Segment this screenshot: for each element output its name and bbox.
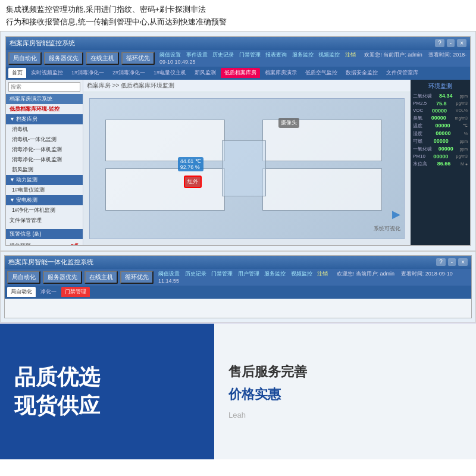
env-water-unit: M ● bbox=[461, 162, 468, 166]
nav-tab-clean1[interactable]: 1#消毒净化一 bbox=[68, 68, 108, 78]
env-co2-unit: ppm bbox=[459, 94, 468, 98]
screenshot-2: 档案库房智能一体化监控系统 ? - × 局自动化 服务器优先 在线主机 循环优先… bbox=[0, 251, 476, 322]
nav-tab-power[interactable]: 1#电量仪主机 bbox=[150, 68, 190, 78]
env-water-value: 86.66 bbox=[437, 161, 451, 167]
nav-tab-air[interactable]: 低质空气监控 bbox=[302, 68, 341, 78]
sidebar-section-archive: ▼ 档案库房 bbox=[6, 114, 83, 124]
sensor-camera[interactable]: 摄像头 bbox=[278, 118, 299, 128]
nav-arrow-right[interactable]: ▶ bbox=[392, 208, 400, 221]
env-voc-unit: VOL% bbox=[456, 108, 468, 112]
minimize-btn-2[interactable]: - bbox=[448, 258, 456, 266]
env-combustible-label: 可燃 bbox=[413, 138, 422, 145]
toolbar-btn-server[interactable]: 服务器优先 bbox=[44, 52, 83, 65]
top-banner: 集成视频监控管理功能,采用进门指纹、密码+刷卡探测非法 行为和接收报警信息,统一… bbox=[0, 0, 476, 31]
nav-tab-realtime[interactable]: 实时视频监控 bbox=[27, 68, 67, 78]
help-btn-2[interactable]: ? bbox=[436, 258, 446, 266]
env-pm10-unit: μg/m3 bbox=[456, 154, 468, 158]
nav-tab-clean2[interactable]: 2#消毒净化一 bbox=[109, 68, 149, 78]
minimize-btn[interactable]: - bbox=[447, 39, 455, 47]
sidebar-item-file[interactable]: 文件保管管理 bbox=[6, 215, 83, 226]
window-controls-2[interactable]: ? - × bbox=[436, 258, 468, 266]
promo-sub1: 售后服务完善 bbox=[228, 363, 462, 381]
nav2-tab-door[interactable]: 门禁管理 bbox=[61, 287, 90, 297]
env-temp-unit: ℃ bbox=[463, 123, 468, 128]
window-controls-1[interactable]: ? - × bbox=[435, 39, 466, 47]
nav-tab-ventilation[interactable]: 新风监测 bbox=[191, 68, 220, 78]
help-btn[interactable]: ? bbox=[435, 39, 444, 47]
sidebar-section-electric: ▼ 安电检测 bbox=[6, 195, 83, 205]
app-body-1: 档案库房演示系统 低质档案库环境-监控 ▼ 档案库房 消毒机 消毒机-一体化监测… bbox=[6, 80, 470, 245]
system-label: 系统可视化 bbox=[374, 225, 400, 233]
nav2-tab-auto[interactable]: 局自动化 bbox=[7, 287, 36, 297]
user-info-1: 欢迎您! 当前用户: admin bbox=[364, 52, 422, 58]
toolbar2-btn-cycle[interactable]: 循环优先 bbox=[120, 271, 154, 284]
env-ozone-value: 00000 bbox=[431, 115, 446, 121]
sidebar-item-archive[interactable]: 消毒机 bbox=[6, 124, 83, 134]
nav-btn-service[interactable]: 服务监控 bbox=[292, 52, 314, 58]
env-co-value: 00000 bbox=[439, 146, 453, 152]
sidebar-item-env[interactable]: 低质档案库环境-监控 bbox=[6, 104, 83, 114]
nav2-threshold[interactable]: 阈值设置 bbox=[158, 271, 180, 277]
sidebar-item-clean[interactable]: 1#净化一体机监测 bbox=[6, 205, 83, 215]
nav-btn-video[interactable]: 视频监控 bbox=[318, 52, 340, 58]
sidebar-item-power[interactable]: 1#电量仪监测 bbox=[6, 185, 83, 195]
main-content-1: 档案库房 >> 低质档案库环境监测 44.61 ℃ 92.76 % bbox=[83, 80, 411, 245]
nav2-service[interactable]: 服务监控 bbox=[264, 271, 286, 277]
env-pm25-unit: μg/m3 bbox=[456, 101, 468, 105]
nav2-history[interactable]: 历史记录 bbox=[185, 271, 206, 277]
toolbar2-btn-server[interactable]: 服务器优先 bbox=[43, 271, 82, 284]
toolbar2-btn-online[interactable]: 在线主机 bbox=[84, 271, 118, 284]
banner-line2: 行为和接收报警信息,统一传输到管理中心,从而达到快速准确预警 bbox=[6, 16, 470, 29]
nav-tab-archive[interactable]: 低质档案库房 bbox=[221, 68, 260, 78]
env-ozone-label: 臭氧 bbox=[413, 115, 422, 121]
nav2-logout[interactable]: 注销 bbox=[317, 271, 328, 277]
toolbar-1: 局自动化 服务器优先 在线主机 循环优先 阈值设置 事件设置 历史记录 门禁管理… bbox=[6, 50, 470, 67]
env-pm10-label: PM10 bbox=[413, 154, 425, 159]
nav-tab-data[interactable]: 数据安全监控 bbox=[342, 68, 381, 78]
nav2-video[interactable]: 视频监控 bbox=[291, 271, 312, 277]
env-humidity-label: 湿度 bbox=[413, 130, 422, 137]
nav2-user[interactable]: 用户管理 bbox=[238, 271, 259, 277]
sidebar-1: 档案库房演示系统 低质档案库环境-监控 ▼ 档案库房 消毒机 消毒机-一体化监测… bbox=[6, 80, 83, 245]
nav-btn-init[interactable]: 历史记录 bbox=[212, 52, 234, 58]
toolbar-btn-online[interactable]: 在线主机 bbox=[86, 52, 119, 65]
sidebar-item-disinfect1[interactable]: 消毒机-一体化监测 bbox=[6, 134, 83, 145]
sidebar-item-ventilation[interactable]: 新风监测 bbox=[6, 165, 83, 175]
nav-btn-door[interactable]: 门禁管理 bbox=[239, 52, 261, 58]
promo-text-1: 品质优选 bbox=[14, 364, 200, 390]
sensor-infrared[interactable]: 红外 bbox=[184, 176, 202, 188]
nav-btn-logout[interactable]: 注销 bbox=[345, 52, 356, 58]
nav-tab-file[interactable]: 文件保管室库 bbox=[383, 68, 422, 78]
close-btn-2[interactable]: × bbox=[458, 258, 468, 266]
nav-tab-home[interactable]: 首页 bbox=[8, 68, 26, 78]
env-panel: 环境监测 二氧化碳 84.34 ppm PM2.5 75.8 μg/m3 VOC… bbox=[411, 80, 470, 245]
sidebar-item-purify1[interactable]: 消毒净化-一体机监测 bbox=[6, 145, 83, 155]
toolbar-btn-auto[interactable]: 局自动化 bbox=[8, 52, 42, 65]
sidebar-item-purify2[interactable]: 消毒净化-一体机监测 bbox=[6, 155, 83, 165]
env-humidity-value: 00000 bbox=[436, 130, 450, 136]
user-info-2: 欢迎您! 当前用户: admin bbox=[337, 271, 395, 277]
env-pm10: PM10 00000 μg/m3 bbox=[413, 154, 468, 159]
sidebar-item-demo[interactable]: 档案库房演示系统 bbox=[6, 94, 83, 104]
env-combustible-value: 00000 bbox=[434, 138, 449, 144]
close-btn[interactable]: × bbox=[457, 39, 466, 47]
room-left-bottom bbox=[105, 168, 225, 211]
toolbar-btn-cycle[interactable]: 循环优先 bbox=[121, 52, 155, 65]
nav-tab-demo[interactable]: 档案库房演示 bbox=[261, 68, 300, 78]
nav-btn-user[interactable]: 报表查询 bbox=[265, 52, 287, 58]
screenshot-1: 档案库房智能监控系统 ? - × 局自动化 服务器优先 在线主机 循环优先 阈值… bbox=[0, 31, 476, 251]
watermark-area: Leah bbox=[228, 409, 462, 420]
toolbar2-btn-auto[interactable]: 局自动化 bbox=[7, 271, 40, 284]
room-center bbox=[222, 140, 266, 196]
nav2-tab-purify[interactable]: 净化一 bbox=[37, 287, 60, 297]
promo-text-2: 现货供应 bbox=[14, 393, 200, 418]
sensor-temp-humidity[interactable]: 44.61 ℃ 92.76 % bbox=[178, 157, 203, 171]
env-water: 水位高 86.66 M ● bbox=[413, 161, 468, 167]
toolbar-nav-btns: 阈值设置 事件设置 历史记录 门禁管理 报表查询 服务监控 视频监控 注销 欢迎… bbox=[159, 51, 468, 65]
nav-btn-threshold[interactable]: 阈值设置 bbox=[159, 52, 181, 58]
env-combustible: 可燃 00000 ppm bbox=[413, 138, 468, 145]
search-input[interactable] bbox=[8, 82, 80, 92]
nav-btn-history[interactable]: 事件设置 bbox=[186, 52, 208, 58]
env-co2: 二氧化碳 84.34 ppm bbox=[413, 93, 468, 99]
nav2-door[interactable]: 门禁管理 bbox=[211, 271, 233, 277]
